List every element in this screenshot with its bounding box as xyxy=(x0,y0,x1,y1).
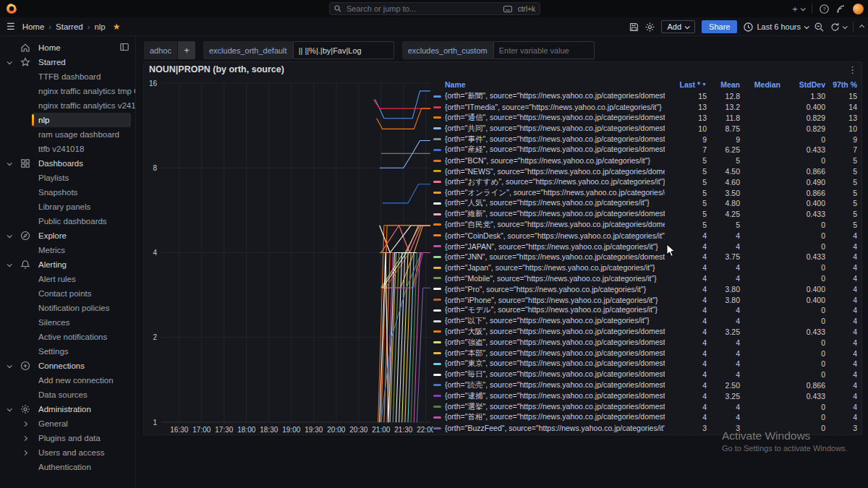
legend-row[interactable]: {orth="東京", source="https://news.yahoo.c… xyxy=(433,359,857,369)
grafana-logo[interactable] xyxy=(6,3,17,14)
legend-row[interactable]: {orth="自民党", source="https://news.yahoo.… xyxy=(433,220,857,231)
legend-row[interactable]: {orth="人気", source="https://news.yahoo.c… xyxy=(433,198,857,209)
sidebar-item-users-and-access[interactable]: Users and access xyxy=(0,445,135,460)
legend-row[interactable]: {orth="以下", source="https://news.yahoo.c… xyxy=(433,316,857,327)
chevron-down-icon[interactable] xyxy=(7,59,12,64)
sidebar-item-connections[interactable]: Connections xyxy=(0,359,135,373)
sidebar-item-plugins-and-data[interactable]: Plugins and data xyxy=(0,431,135,445)
legend-row[interactable]: {orth="逮捕", source="https://news.yahoo.c… xyxy=(433,390,857,401)
sidebar-item-ram-usage-dashboard[interactable]: ram usage dashboard xyxy=(0,127,135,142)
share-button[interactable]: Share xyxy=(702,20,737,33)
sidebar-item-add-new-connection[interactable]: Add new connection xyxy=(0,373,135,388)
legend-row[interactable]: {orth="おすすめ", source="https://news.yahoo… xyxy=(433,176,857,187)
chevron-right-icon[interactable] xyxy=(22,421,27,426)
legend-row[interactable]: {orth="iPhone", source="https://news.yah… xyxy=(433,294,857,305)
legend-row[interactable]: {orth="JNN", source="https://news.yahoo.… xyxy=(433,252,857,262)
legend-row[interactable]: {orth="ITmedia", source="https://news.ya… xyxy=(433,102,857,113)
news-button[interactable] xyxy=(836,4,846,14)
legend-row[interactable]: {orth="選挙", source="https://news.yahoo.c… xyxy=(433,401,857,412)
sidebar-item-nginx-traffic-analytics-v241015[interactable]: nginx traffic analytics v241015 xyxy=(0,98,135,113)
panel-menu-icon[interactable]: ⋮ xyxy=(848,64,857,75)
refresh-button[interactable] xyxy=(830,22,846,32)
series-line-buzzfeed[interactable] xyxy=(417,288,430,422)
zoom-out-button[interactable] xyxy=(814,22,824,32)
legend-row[interactable]: {orth="共同", source="https://news.yahoo.c… xyxy=(433,123,857,134)
sidebar-item-dashboards[interactable]: Dashboards xyxy=(0,156,135,171)
chevron-right-icon[interactable] xyxy=(22,435,27,440)
timeseries-chart[interactable]: 16842116:3017:0017:3018:0018:3019:0019:3… xyxy=(144,62,433,436)
sidebar-item-playlists[interactable]: Playlists xyxy=(0,171,135,185)
sidebar-item-silences[interactable]: Silences xyxy=(0,315,135,330)
legend-col-p97[interactable]: 97th % xyxy=(825,80,857,89)
sidebar-item-explore[interactable]: Explore xyxy=(0,228,135,243)
legend-col-name[interactable]: Name xyxy=(433,80,665,89)
sidebar-item-contact-points[interactable]: Contact points xyxy=(0,286,135,301)
chevron-down-icon[interactable] xyxy=(7,160,12,166)
sidebar-item-nginx-traffic-analytics-tmp-c[interactable]: nginx traffic analytics tmp C... xyxy=(0,84,135,98)
legend-row[interactable]: {orth="首相", source="https://news.yahoo.c… xyxy=(433,412,857,423)
search-input[interactable] xyxy=(345,4,503,14)
series-line-item[interactable] xyxy=(383,184,430,203)
legend-col-mean[interactable]: Mean xyxy=(707,80,740,89)
help-button[interactable]: ? xyxy=(820,4,829,14)
sidebar-item-administration[interactable]: Administration xyxy=(0,402,135,416)
chevron-down-icon[interactable] xyxy=(7,233,12,238)
legend-col-stddev[interactable]: StdDev xyxy=(780,80,825,89)
search-bar[interactable]: ctrl+k xyxy=(329,2,540,15)
breadcrumb-current[interactable]: nlp xyxy=(94,22,105,31)
add-panel-button[interactable]: Add xyxy=(661,20,696,33)
chevron-down-icon[interactable] xyxy=(7,262,12,267)
legend-col-median[interactable]: Median xyxy=(740,80,780,89)
dashboard-settings-button[interactable] xyxy=(645,22,655,32)
legend-row[interactable]: {orth="本部", source="https://news.yahoo.c… xyxy=(433,348,857,359)
sidebar-item-alert-rules[interactable]: Alert rules xyxy=(0,272,135,286)
sidebar-item-snapshots[interactable]: Snapshots xyxy=(0,185,135,200)
chevron-right-icon[interactable] xyxy=(22,450,27,455)
legend-row[interactable]: {orth="維新", source="https://news.yahoo.c… xyxy=(433,209,857,220)
breadcrumb-starred[interactable]: Starred xyxy=(56,22,83,31)
legend-row[interactable]: {orth="Pro", source="https://news.yahoo.… xyxy=(433,283,857,294)
excludes-orth-custom-input[interactable] xyxy=(493,41,595,59)
legend-row[interactable]: {orth="強盗", source="https://news.yahoo.c… xyxy=(433,337,857,348)
legend-row[interactable]: {orth="オンライン", source="https://news.yaho… xyxy=(433,187,857,198)
legend-col-last[interactable]: Last *▼ xyxy=(665,80,707,89)
legend-row[interactable]: {orth="通信", source="https://news.yahoo.c… xyxy=(433,113,857,124)
sidebar-item-settings[interactable]: Settings xyxy=(0,344,135,359)
add-filter-button[interactable]: + xyxy=(178,41,195,59)
legend-row[interactable]: {orth="CoinDesk", source="https://news.y… xyxy=(433,230,857,241)
time-range-picker[interactable]: Last 6 hours xyxy=(744,22,808,32)
dock-icon[interactable] xyxy=(119,42,129,53)
legend-row[interactable]: {orth="新聞", source="https://news.yahoo.c… xyxy=(433,91,857,102)
new-menu-button[interactable]: ＋ xyxy=(791,3,804,15)
legend-row[interactable]: {orth="大阪", source="https://news.yahoo.c… xyxy=(433,327,857,338)
sidebar-item-public-dashboards[interactable]: Public dashboards xyxy=(0,214,135,228)
excludes-orth-default-input[interactable] xyxy=(293,41,394,59)
sidebar-item-notification-policies[interactable]: Notification policies xyxy=(0,301,135,315)
series-line-item[interactable] xyxy=(375,91,431,119)
sidebar-item-metrics[interactable]: Metrics xyxy=(0,243,135,257)
legend-row[interactable]: {orth="JAPAN", source="https://news.yaho… xyxy=(433,241,857,252)
sidebar-item-active-notifications[interactable]: Active notifications xyxy=(0,330,135,344)
legend-row[interactable]: {orth="Japan", source="https://news.yaho… xyxy=(433,262,857,273)
favorite-star-icon[interactable]: ★ xyxy=(113,22,121,32)
sidebar-item-library-panels[interactable]: Library panels xyxy=(0,200,135,214)
sidebar-item-ttfb-dashboard[interactable]: TTFB dashboard xyxy=(0,69,135,84)
sidebar-item-alerting[interactable]: Alerting xyxy=(0,257,135,272)
legend-row[interactable]: {orth="読売", source="https://news.yahoo.c… xyxy=(433,380,857,391)
sidebar-item-nlp[interactable]: nlp xyxy=(0,113,135,127)
legend-row[interactable]: {orth="モデル", source="https://news.yahoo.… xyxy=(433,305,857,316)
sidebar-item-authentication[interactable]: Authentication xyxy=(0,460,135,474)
collapse-toolbar-icon[interactable] xyxy=(859,24,864,29)
legend-row[interactable]: {orth="Mobile", source="https://news.yah… xyxy=(433,273,857,284)
legend-row[interactable]: {orth="NEWS", source="https://news.yahoo… xyxy=(433,166,857,177)
save-dashboard-button[interactable] xyxy=(629,22,639,32)
legend-row[interactable]: {orth="毎日", source="https://news.yahoo.c… xyxy=(433,369,857,380)
breadcrumb-home[interactable]: Home xyxy=(22,22,45,31)
series-line-item[interactable] xyxy=(380,141,430,168)
sidebar-item-general[interactable]: General xyxy=(0,416,135,431)
legend-row[interactable]: {orth="産経", source="https://news.yahoo.c… xyxy=(433,145,857,155)
legend-row[interactable]: {orth="事件", source="https://news.yahoo.c… xyxy=(433,134,857,145)
sidebar-item-home[interactable]: Home xyxy=(0,40,135,55)
legend-row[interactable]: {orth="BCN", source="https://news.yahoo.… xyxy=(433,155,857,166)
chevron-down-icon[interactable] xyxy=(7,363,12,368)
